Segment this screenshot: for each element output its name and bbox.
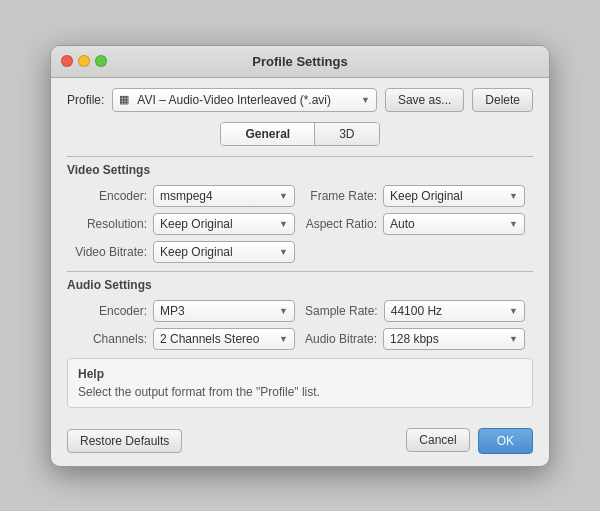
frame-rate-arrow: ▼ bbox=[509, 191, 518, 201]
restore-defaults-button[interactable]: Restore Defaults bbox=[67, 429, 182, 453]
sample-rate-dropdown[interactable]: 44100 Hz ▼ bbox=[384, 300, 525, 322]
video-bitrate-dropdown[interactable]: Keep Original ▼ bbox=[153, 241, 295, 263]
video-settings-section: Video Settings Encoder: msmpeg4 ▼ Frame … bbox=[67, 156, 533, 263]
aspect-ratio-value: Auto bbox=[390, 217, 415, 231]
audio-bitrate-arrow: ▼ bbox=[509, 334, 518, 344]
audio-settings-section: Audio Settings Encoder: MP3 ▼ Sample Rat… bbox=[67, 271, 533, 350]
profile-dropdown-arrow: ▼ bbox=[361, 95, 370, 105]
audio-bitrate-label: Audio Bitrate: bbox=[305, 332, 377, 346]
profile-label: Profile: bbox=[67, 93, 104, 107]
channels-label: Channels: bbox=[75, 332, 147, 346]
sample-rate-row: Sample Rate: 44100 Hz ▼ bbox=[305, 300, 525, 322]
avi-icon: ▦ bbox=[119, 93, 129, 106]
tab-3d[interactable]: 3D bbox=[315, 123, 378, 145]
frame-rate-dropdown[interactable]: Keep Original ▼ bbox=[383, 185, 525, 207]
resolution-label: Resolution: bbox=[75, 217, 147, 231]
audio-encoder-row: Encoder: MP3 ▼ bbox=[75, 300, 295, 322]
sample-rate-value: 44100 Hz bbox=[391, 304, 442, 318]
audio-bitrate-row: Audio Bitrate: 128 kbps ▼ bbox=[305, 328, 525, 350]
frame-rate-value: Keep Original bbox=[390, 189, 463, 203]
frame-rate-row: Frame Rate: Keep Original ▼ bbox=[305, 185, 525, 207]
resolution-dropdown[interactable]: Keep Original ▼ bbox=[153, 213, 295, 235]
audio-divider bbox=[67, 271, 533, 272]
frame-rate-label: Frame Rate: bbox=[305, 189, 377, 203]
video-encoder-arrow: ▼ bbox=[279, 191, 288, 201]
channels-arrow: ▼ bbox=[279, 334, 288, 344]
maximize-button[interactable] bbox=[95, 55, 107, 67]
audio-encoder-dropdown[interactable]: MP3 ▼ bbox=[153, 300, 295, 322]
resolution-value: Keep Original bbox=[160, 217, 233, 231]
resolution-arrow: ▼ bbox=[279, 219, 288, 229]
dialog-title: Profile Settings bbox=[252, 54, 347, 69]
title-bar: Profile Settings bbox=[51, 46, 549, 78]
footer-right-buttons: Cancel OK bbox=[406, 428, 533, 454]
cancel-button[interactable]: Cancel bbox=[406, 428, 469, 452]
audio-encoder-arrow: ▼ bbox=[279, 306, 288, 316]
video-bitrate-value: Keep Original bbox=[160, 245, 233, 259]
profile-selected-value: AVI – Audio-Video Interleaved (*.avi) bbox=[137, 93, 331, 107]
help-text: Select the output format from the "Profi… bbox=[78, 385, 522, 399]
profile-settings-dialog: Profile Settings Profile: ▦ AVI – Audio-… bbox=[50, 45, 550, 467]
video-settings-title: Video Settings bbox=[67, 163, 533, 177]
dialog-footer: Restore Defaults Cancel OK bbox=[51, 420, 549, 466]
video-encoder-row: Encoder: msmpeg4 ▼ bbox=[75, 185, 295, 207]
ok-button[interactable]: OK bbox=[478, 428, 533, 454]
sample-rate-arrow: ▼ bbox=[509, 306, 518, 316]
audio-bitrate-dropdown[interactable]: 128 kbps ▼ bbox=[383, 328, 525, 350]
aspect-ratio-label: Aspect Ratio: bbox=[305, 217, 377, 231]
tabs-wrapper: General 3D bbox=[220, 122, 379, 146]
profile-row: Profile: ▦ AVI – Audio-Video Interleaved… bbox=[67, 88, 533, 112]
video-encoder-dropdown[interactable]: msmpeg4 ▼ bbox=[153, 185, 295, 207]
aspect-ratio-arrow: ▼ bbox=[509, 219, 518, 229]
close-button[interactable] bbox=[61, 55, 73, 67]
video-fields-grid: Encoder: msmpeg4 ▼ Frame Rate: Keep Orig… bbox=[67, 185, 533, 263]
traffic-lights bbox=[61, 55, 107, 67]
video-encoder-value: msmpeg4 bbox=[160, 189, 213, 203]
video-encoder-label: Encoder: bbox=[75, 189, 147, 203]
sample-rate-label: Sample Rate: bbox=[305, 304, 378, 318]
channels-row: Channels: 2 Channels Stereo ▼ bbox=[75, 328, 295, 350]
tabs-container: General 3D bbox=[67, 122, 533, 146]
channels-value: 2 Channels Stereo bbox=[160, 332, 259, 346]
video-divider bbox=[67, 156, 533, 157]
video-empty-cell bbox=[305, 241, 525, 263]
channels-dropdown[interactable]: 2 Channels Stereo ▼ bbox=[153, 328, 295, 350]
audio-encoder-label: Encoder: bbox=[75, 304, 147, 318]
video-bitrate-row: Video Bitrate: Keep Original ▼ bbox=[75, 241, 295, 263]
help-title: Help bbox=[78, 367, 522, 381]
aspect-ratio-dropdown[interactable]: Auto ▼ bbox=[383, 213, 525, 235]
audio-bitrate-value: 128 kbps bbox=[390, 332, 439, 346]
audio-encoder-value: MP3 bbox=[160, 304, 185, 318]
delete-button[interactable]: Delete bbox=[472, 88, 533, 112]
minimize-button[interactable] bbox=[78, 55, 90, 67]
save-as-button[interactable]: Save as... bbox=[385, 88, 464, 112]
aspect-ratio-row: Aspect Ratio: Auto ▼ bbox=[305, 213, 525, 235]
dialog-content: Profile: ▦ AVI – Audio-Video Interleaved… bbox=[51, 78, 549, 420]
audio-fields-grid: Encoder: MP3 ▼ Sample Rate: 44100 Hz ▼ bbox=[67, 300, 533, 350]
help-section: Help Select the output format from the "… bbox=[67, 358, 533, 408]
video-bitrate-label: Video Bitrate: bbox=[75, 245, 147, 259]
video-bitrate-arrow: ▼ bbox=[279, 247, 288, 257]
audio-settings-title: Audio Settings bbox=[67, 278, 533, 292]
resolution-row: Resolution: Keep Original ▼ bbox=[75, 213, 295, 235]
profile-dropdown[interactable]: ▦ AVI – Audio-Video Interleaved (*.avi) … bbox=[112, 88, 377, 112]
tab-general[interactable]: General bbox=[221, 123, 315, 145]
